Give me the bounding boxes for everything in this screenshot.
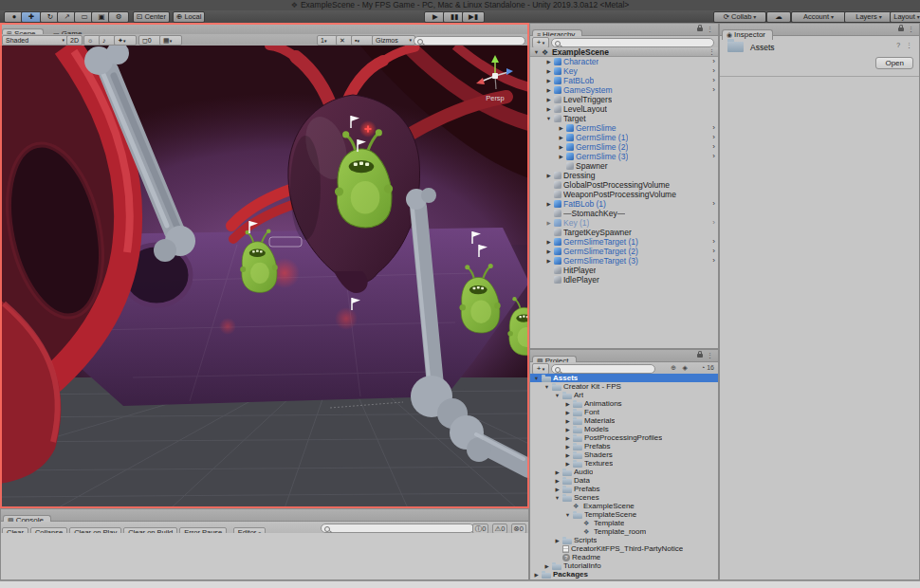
move-tool-button[interactable]: ✚ (21, 11, 42, 23)
prefab-chevron-icon[interactable]: › (712, 199, 715, 209)
scene-visibility-button[interactable]: ◻0 (138, 35, 161, 46)
lock-icon[interactable] (697, 354, 703, 358)
layout-dropdown[interactable]: Layout▾ (890, 11, 920, 23)
project-item[interactable]: Readme › (530, 553, 718, 561)
expand-arrow-icon[interactable] (545, 87, 552, 93)
project-item[interactable]: TemplateScene › (530, 510, 718, 519)
hierarchy-item[interactable]: GermSlimeTarget (2) › (530, 247, 718, 256)
expand-arrow-icon[interactable] (545, 116, 552, 121)
expand-arrow-icon[interactable] (545, 239, 552, 245)
project-item[interactable]: Shaders › (530, 450, 718, 459)
project-item[interactable]: Assets › (530, 374, 718, 382)
expand-arrow-icon[interactable] (545, 59, 552, 64)
layers-dropdown[interactable]: Layers▾ (844, 11, 893, 23)
expand-arrow-icon[interactable] (545, 173, 552, 178)
scene-viewport[interactable]: Persp (0, 46, 529, 508)
hierarchy-item[interactable]: —StomachKey— › (530, 209, 718, 218)
draw-mode-dropdown[interactable]: Shaded▾ (2, 35, 68, 46)
expand-arrow-icon[interactable] (545, 97, 552, 102)
expand-arrow-icon[interactable] (545, 201, 552, 207)
project-item[interactable]: Font › (530, 408, 718, 416)
hierarchy-item[interactable]: Target › (530, 114, 718, 123)
pivot-toggle-button[interactable]: ⊡ Center (133, 11, 170, 23)
prefab-chevron-icon[interactable]: › (712, 152, 715, 161)
hierarchy-item[interactable]: LevelTriggers › (530, 95, 718, 104)
project-item[interactable]: Textures › (530, 459, 718, 468)
project-item[interactable]: Template_room › (530, 527, 718, 536)
persp-label[interactable]: Persp (486, 94, 505, 102)
expand-arrow-icon[interactable] (558, 154, 564, 159)
project-item[interactable]: TutorialInfo › (530, 561, 718, 570)
prefab-chevron-icon[interactable]: › (712, 66, 715, 76)
project-item[interactable]: Scripts › (530, 536, 718, 544)
expand-arrow-icon[interactable] (564, 427, 571, 432)
project-item[interactable]: Prefabs › (530, 485, 718, 493)
search-by-type-icon[interactable]: ⊕ (671, 364, 676, 372)
hierarchy-item[interactable]: GameSystem › (530, 85, 718, 95)
prefab-chevron-icon[interactable]: › (712, 123, 715, 133)
prefab-chevron-icon[interactable]: › (712, 247, 715, 256)
hierarchy-item[interactable]: TargetKeySpawner › (530, 228, 718, 237)
expand-arrow-icon[interactable] (564, 444, 571, 450)
account-dropdown[interactable]: Account▾ (791, 11, 846, 23)
prefab-chevron-icon[interactable]: › (712, 256, 715, 266)
hierarchy-item[interactable]: FatBLob (1) › (530, 199, 718, 209)
hierarchy-item[interactable]: Key › (530, 66, 718, 76)
console-search-input[interactable] (321, 524, 474, 533)
hierarchy-item[interactable]: HitPlayer › (530, 266, 718, 275)
lock-icon[interactable] (898, 28, 904, 31)
expand-arrow-icon[interactable] (533, 376, 540, 381)
grid-dropdown[interactable]: ▦▾ (159, 35, 182, 46)
hierarchy-item[interactable]: IdlePlayer › (530, 275, 718, 285)
hierarchy-item[interactable]: Key (1) › (530, 218, 718, 228)
lock-icon[interactable] (697, 28, 703, 31)
effects-dropdown[interactable]: ✦▾ (114, 35, 137, 46)
hierarchy-item[interactable]: GermSlime › (530, 123, 718, 133)
scene-search-input[interactable] (414, 36, 525, 46)
expand-arrow-icon[interactable] (533, 572, 540, 578)
hidden-packages-toggle[interactable]: ◔ 16 (701, 364, 714, 371)
expand-arrow-icon[interactable] (545, 220, 552, 226)
prefab-chevron-icon[interactable]: › (712, 57, 715, 66)
expand-arrow-icon[interactable] (558, 125, 564, 131)
expand-arrow-icon[interactable] (545, 106, 552, 112)
open-button[interactable]: Open (875, 57, 913, 69)
expand-arrow-icon[interactable] (554, 469, 561, 475)
hierarchy-item[interactable]: ExampleScene › (530, 47, 718, 57)
cloud-button[interactable]: ☁ (766, 11, 791, 23)
hierarchy-item[interactable]: LevelLayout › (530, 104, 718, 114)
expand-arrow-icon[interactable] (554, 393, 561, 398)
2d-toggle-button[interactable]: 2D (66, 35, 83, 46)
expand-arrow-icon[interactable] (564, 418, 571, 424)
expand-arrow-icon[interactable] (564, 401, 571, 407)
camera-speed-dropdown[interactable]: 1▾ (317, 35, 338, 46)
project-search-input[interactable] (551, 364, 655, 374)
expand-arrow-icon[interactable] (545, 258, 552, 264)
expand-arrow-icon[interactable] (543, 384, 550, 390)
expand-arrow-icon[interactable] (564, 435, 571, 441)
hierarchy-item[interactable]: GermSlime (2) › (530, 142, 718, 152)
expand-arrow-icon[interactable] (558, 135, 564, 140)
hierarchy-item[interactable]: Character › (530, 57, 718, 66)
project-item[interactable]: Animations › (530, 399, 718, 408)
step-button[interactable]: ▶▮ (462, 11, 485, 23)
project-item[interactable]: Creator Kit - FPS › (530, 382, 718, 391)
hierarchy-item[interactable]: FatBLob › (530, 76, 718, 85)
expand-arrow-icon[interactable] (554, 538, 561, 543)
hierarchy-item[interactable]: GermSlime (1) › (530, 133, 718, 142)
hierarchy-item[interactable]: Spawner › (530, 161, 718, 171)
camera-settings-dropdown[interactable]: ▪▾ (351, 35, 374, 46)
expand-arrow-icon[interactable] (564, 452, 571, 458)
prefab-chevron-icon[interactable]: › (712, 133, 715, 142)
prefab-chevron-icon[interactable]: › (712, 76, 715, 85)
help-icon[interactable]: ? (896, 42, 902, 48)
expand-arrow-icon[interactable] (564, 461, 571, 467)
hierarchy-search-input[interactable] (551, 38, 714, 47)
expand-arrow-icon[interactable] (554, 495, 561, 501)
console-log-area[interactable] (1, 533, 528, 579)
project-item[interactable]: Prefabs › (530, 442, 718, 450)
prefab-chevron-icon[interactable]: › (712, 85, 715, 95)
expand-arrow-icon[interactable] (545, 248, 552, 254)
expand-arrow-icon[interactable] (564, 512, 571, 518)
project-item[interactable]: CreatorKitFPS_Third-PartyNotice › (530, 544, 718, 553)
